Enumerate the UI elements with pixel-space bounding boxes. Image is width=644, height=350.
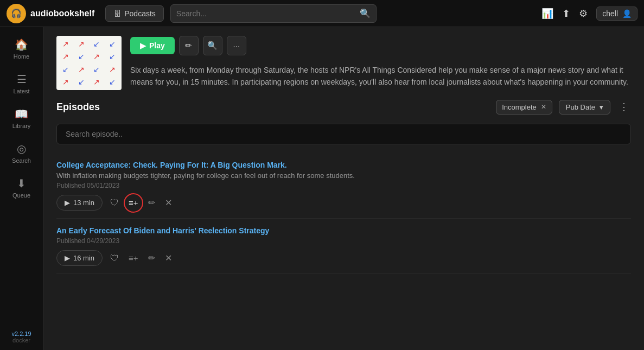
arrow-5: ↗ xyxy=(59,51,73,63)
sidebar-item-queue[interactable]: ⬇ Queue xyxy=(0,170,43,205)
episode-remove-button[interactable]: ✕ xyxy=(163,195,174,210)
stats-icon[interactable]: 📊 xyxy=(541,8,553,20)
episode-edit-button[interactable]: ✏ xyxy=(146,195,157,210)
arrow-6: ↙ xyxy=(74,51,89,63)
arrow-7: ↗ xyxy=(90,51,104,63)
logo-area[interactable]: 🎧 audiobookshelf xyxy=(7,4,94,23)
podcasts-tab[interactable]: 🗄 Podcasts xyxy=(105,5,164,22)
podcast-thumbnail: ↗ ↗ ↙ ↙ ↗ ↙ ↗ ↙ ↙ ↗ ↙ ↗ ↗ ↙ ↗ ↙ xyxy=(56,36,122,90)
add-queue-icon: ≡+ xyxy=(129,198,138,207)
episode-mark-button[interactable]: 🛡 xyxy=(108,196,121,210)
action-buttons: ▶ Play ✏ 🔍 ··· xyxy=(130,36,631,55)
episode-duration: 16 min xyxy=(73,254,94,262)
search-button[interactable]: 🔍 xyxy=(203,36,222,55)
search-icon: 🔍 xyxy=(360,8,371,18)
sidebar-version: v2.2.19 docker xyxy=(11,330,31,350)
header-right: 📊 ⬆ ⚙ chell 👤 xyxy=(541,7,637,21)
sort-dropdown[interactable]: Pub Date ▾ xyxy=(559,100,610,114)
arrow-1: ↗ xyxy=(59,38,73,50)
more-dots-icon: ··· xyxy=(233,41,240,50)
global-search-bar[interactable]: 🔍 xyxy=(170,4,377,23)
play-icon: ▶ xyxy=(65,199,70,207)
arrow-8: ↙ xyxy=(105,51,120,63)
arrow-16: ↙ xyxy=(105,77,120,88)
arrow-11: ↙ xyxy=(90,63,104,75)
episode-item: College Acceptance: Check. Paying For It… xyxy=(56,153,631,219)
episode-title[interactable]: An Early Forecast Of Biden and Harris' R… xyxy=(56,226,631,235)
edit-icon: ✏ xyxy=(185,41,192,50)
sidebar-label-queue: Queue xyxy=(12,192,30,199)
shield-icon: 🛡 xyxy=(110,198,119,208)
upload-icon[interactable]: ⬆ xyxy=(562,8,570,20)
episode-queue-button[interactable]: ≡+ xyxy=(126,251,141,265)
user-menu[interactable]: chell 👤 xyxy=(596,7,637,21)
filter-close-icon[interactable]: ✕ xyxy=(541,103,546,111)
content-area: ↗ ↗ ↙ ↙ ↗ ↙ ↗ ↙ ↙ ↗ ↙ ↗ ↗ ↙ ↗ ↙ xyxy=(43,27,644,350)
build-label: docker xyxy=(12,337,30,343)
arrow-13: ↗ xyxy=(59,77,73,88)
arrow-15: ↗ xyxy=(90,77,104,88)
global-search-input[interactable] xyxy=(176,9,360,18)
episode-search-input[interactable] xyxy=(56,124,631,144)
logo-icon: 🎧 xyxy=(7,4,26,23)
user-avatar-icon: 👤 xyxy=(622,9,632,18)
play-label: Play xyxy=(149,41,165,50)
sidebar-item-home[interactable]: 🏠 Home xyxy=(0,31,43,66)
home-icon: 🏠 xyxy=(15,38,28,51)
add-queue-icon: ≡+ xyxy=(129,253,138,263)
episode-queue-button[interactable]: ≡+ xyxy=(126,196,141,209)
app-title: audiobookshelf xyxy=(30,9,94,18)
header: 🎧 audiobookshelf 🗄 Podcasts 🔍 📊 ⬆ ⚙ chel… xyxy=(0,0,644,27)
episode-play-button[interactable]: ▶ 16 min xyxy=(56,250,103,266)
search-nav-icon: ◎ xyxy=(17,142,26,155)
arrow-9: ↙ xyxy=(59,63,73,75)
episodes-title: Episodes xyxy=(56,101,100,113)
episodes-header: Episodes Incomplete ✕ Pub Date ▾ ⋮ xyxy=(56,99,631,115)
search-icon: 🔍 xyxy=(207,41,218,50)
arrow-4: ↙ xyxy=(105,38,120,50)
sidebar: 🏠 Home ☰ Latest 📖 Library ◎ Search ⬇ Que… xyxy=(0,27,43,350)
episode-edit-button[interactable]: ✏ xyxy=(146,251,157,265)
episode-remove-button[interactable]: ✕ xyxy=(163,251,174,265)
play-icon: ▶ xyxy=(65,254,70,262)
shield-icon: 🛡 xyxy=(110,253,119,263)
sidebar-label-home: Home xyxy=(14,53,29,60)
sidebar-item-latest[interactable]: ☰ Latest xyxy=(0,66,43,101)
arrow-14: ↙ xyxy=(74,77,89,88)
chevron-down-icon: ▾ xyxy=(600,103,603,111)
version-link[interactable]: v2.2.19 xyxy=(11,330,31,337)
sidebar-label-library: Library xyxy=(12,123,31,129)
play-triangle-icon: ▶ xyxy=(140,41,146,50)
settings-icon[interactable]: ⚙ xyxy=(579,8,588,20)
episode-date: Published 05/01/2023 xyxy=(56,182,631,189)
sidebar-item-library[interactable]: 📖 Library xyxy=(0,101,43,136)
sidebar-item-search[interactable]: ◎ Search xyxy=(0,136,43,170)
filter-chip-incomplete[interactable]: Incomplete ✕ xyxy=(496,100,552,114)
episodes-more-icon[interactable]: ⋮ xyxy=(617,99,631,115)
podcast-info: ▶ Play ✏ 🔍 ··· Six days a week, from Mon… xyxy=(130,36,631,88)
edit-icon: ✏ xyxy=(148,253,155,263)
podcast-top-section: ↗ ↗ ↙ ↙ ↗ ↙ ↗ ↙ ↙ ↗ ↙ ↗ ↗ ↙ ↗ ↙ xyxy=(43,27,644,99)
episode-actions: ▶ 13 min 🛡 ≡+ ✏ ✕ xyxy=(56,195,631,211)
podcasts-label: Podcasts xyxy=(124,9,156,18)
episode-duration: 13 min xyxy=(73,199,94,207)
main-layout: 🏠 Home ☰ Latest 📖 Library ◎ Search ⬇ Que… xyxy=(0,27,644,350)
edit-button[interactable]: ✏ xyxy=(179,36,199,55)
episode-description: With inflation making budgets tighter, p… xyxy=(56,171,631,180)
close-icon: ✕ xyxy=(165,198,172,208)
episode-date: Published 04/29/2023 xyxy=(56,237,631,245)
episode-mark-button[interactable]: 🛡 xyxy=(108,251,121,265)
podcast-description: Six days a week, from Monday through Sat… xyxy=(130,64,631,88)
sort-label: Pub Date xyxy=(566,103,595,111)
arrow-12: ↗ xyxy=(105,63,120,75)
episode-play-button[interactable]: ▶ 13 min xyxy=(56,195,103,211)
user-name: chell xyxy=(602,9,618,18)
queue-icon: ⬇ xyxy=(17,177,26,190)
latest-icon: ☰ xyxy=(17,73,27,86)
more-button[interactable]: ··· xyxy=(227,36,246,55)
close-icon: ✕ xyxy=(165,253,172,263)
play-button[interactable]: ▶ Play xyxy=(130,37,175,54)
episode-title[interactable]: College Acceptance: Check. Paying For It… xyxy=(56,161,631,169)
edit-icon: ✏ xyxy=(148,198,155,208)
arrow-10: ↗ xyxy=(74,63,89,75)
